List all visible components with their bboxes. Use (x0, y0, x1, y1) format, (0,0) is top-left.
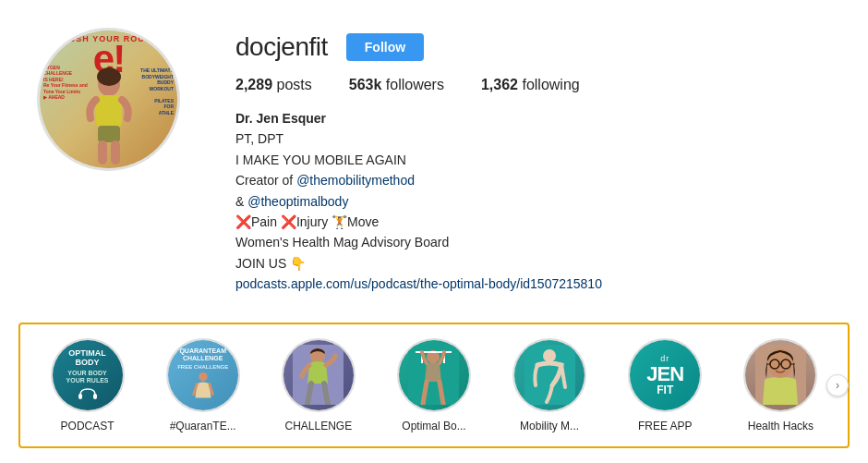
bio-line1: PT, DPT (235, 128, 831, 149)
highlight-item-health[interactable]: Health Hacks (729, 338, 831, 433)
svg-rect-5 (111, 140, 120, 164)
health-inner (745, 340, 815, 410)
highlight-circle-app: dr JEN FIT (628, 338, 702, 412)
highlight-label-optimal: Optimal Bo... (402, 420, 465, 433)
highlight-label-app: FREE APP (638, 420, 693, 433)
posts-count: 2,289 (235, 77, 272, 92)
profile-page: PUSH YOUR ROU... e! £KYGENCHALLENGEIS HE… (0, 0, 868, 448)
highlight-item-optimal[interactable]: Optimal Bo... (383, 338, 485, 433)
challenge-figure-icon (293, 345, 344, 405)
highlight-label-mobility: Mobility M... (520, 420, 579, 433)
bio: Dr. Jen Esquer PT, DPT I MAKE YOU MOBILE… (235, 108, 831, 295)
health-figure-icon (755, 345, 806, 405)
mobility-figure-icon (524, 345, 575, 405)
svg-rect-6 (78, 394, 82, 399)
svg-rect-2 (96, 95, 122, 128)
highlight-label-quarante: #QuaranTE... (170, 420, 236, 433)
highlight-circle-challenge (282, 338, 356, 412)
bio-link3[interactable]: podcasts.apple.com/us/podcast/the-optima… (235, 276, 602, 291)
svg-point-21 (767, 348, 793, 378)
following-label: following (522, 77, 579, 92)
highlight-item-challenge[interactable]: CHALLENGE (268, 338, 369, 433)
optimal-figure-icon (408, 345, 459, 405)
bio-line5: ❌Pain ❌Injury 🏋Move (235, 212, 831, 232)
highlight-item-podcast[interactable]: OPTIMALBODY YOUR BODYYOUR RULES PODCAST (37, 338, 139, 433)
profile-section: PUSH YOUR ROU... e! £KYGENCHALLENGEIS HE… (0, 0, 868, 313)
bio-link2[interactable]: @theoptimalbody (247, 194, 348, 209)
mobility-inner (514, 340, 585, 410)
quarante-inner: QUARANTEAMCHALLENGE FREE CHALLENGE (168, 340, 238, 410)
svg-point-8 (199, 372, 207, 381)
figure-icon (189, 372, 217, 402)
following-count: 1,362 (481, 77, 518, 92)
profile-info: docjenfit Follow 2,289 posts 563k follow… (235, 28, 831, 295)
svg-rect-3 (98, 126, 120, 142)
posts-stat: 2,289 posts (235, 77, 312, 93)
bio-line4: & @theoptimalbody (235, 191, 831, 212)
username: docjenfit (235, 32, 328, 62)
following-stat: 1,362 following (481, 77, 580, 93)
followers-label: followers (386, 77, 444, 92)
avatar-image: PUSH YOUR ROU... e! £KYGENCHALLENGEIS HE… (40, 30, 177, 168)
highlight-label-challenge: CHALLENGE (284, 420, 352, 433)
svg-point-1 (97, 67, 121, 86)
app-inner: dr JEN FIT (630, 340, 700, 410)
arrow-icon: › (836, 379, 839, 392)
highlight-circle-podcast: OPTIMALBODY YOUR BODYYOUR RULES (51, 338, 125, 412)
highlight-circle-optimal (397, 338, 471, 412)
bio-name: Dr. Jen Esquer (235, 111, 326, 126)
highlight-circle-mobility (512, 338, 586, 412)
highlight-label-health: Health Hacks (748, 420, 814, 433)
bio-link1[interactable]: @themobilitymethod (296, 173, 415, 188)
highlight-circle-health (743, 338, 817, 412)
highlights-section: OPTIMALBODY YOUR BODYYOUR RULES PODCAST (18, 323, 850, 448)
bio-line2: I MAKE YOU MOBILE AGAIN (235, 150, 831, 170)
podcast-inner: OPTIMALBODY YOUR BODYYOUR RULES (53, 340, 123, 410)
svg-rect-4 (98, 140, 107, 164)
highlights-next-arrow[interactable]: › (826, 374, 849, 396)
follow-button[interactable]: Follow (346, 33, 424, 61)
highlight-circle-quarante: QUARANTEAMCHALLENGE FREE CHALLENGE (166, 338, 240, 412)
avatar: PUSH YOUR ROU... e! £KYGENCHALLENGEIS HE… (37, 28, 180, 171)
bio-line6: Women's Health Mag Advisory Board (235, 232, 831, 252)
mag-sidebar-right: THE ULTIMATEBODYWEIGHTBUDDYWORKOUTPILATE… (140, 67, 174, 116)
highlight-item-mobility[interactable]: Mobility M... (499, 338, 600, 433)
optimal-inner (399, 340, 469, 410)
username-row: docjenfit Follow (235, 32, 831, 62)
followers-count: 563k (349, 77, 382, 92)
svg-point-19 (543, 349, 556, 362)
highlight-label-podcast: PODCAST (61, 420, 115, 433)
mag-figure (77, 67, 141, 168)
highlights-row: OPTIMALBODY YOUR BODYYOUR RULES PODCAST (30, 338, 838, 433)
highlight-item-app[interactable]: dr JEN FIT FREE APP (614, 338, 716, 433)
followers-stat: 563k followers (349, 77, 444, 93)
bio-line3: Creator of @themobilitymethod (235, 170, 831, 190)
posts-label: posts (277, 77, 312, 92)
highlight-item-quarante[interactable]: QUARANTEAMCHALLENGE FREE CHALLENGE (152, 338, 254, 433)
challenge-inner (283, 340, 354, 410)
svg-rect-7 (93, 394, 97, 399)
bio-line7: JOIN US 👇 (235, 253, 831, 274)
stats-row: 2,289 posts 563k followers 1,362 followi… (235, 77, 831, 93)
headphones-icon (78, 387, 97, 400)
